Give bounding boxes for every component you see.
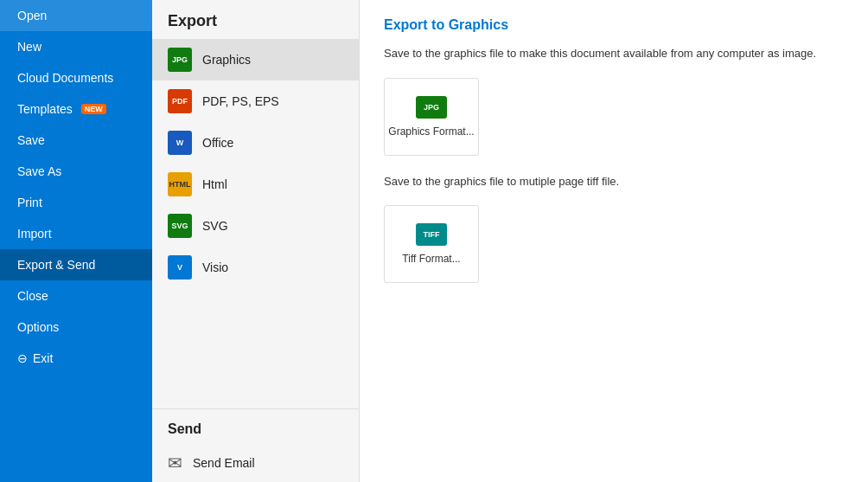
exit-icon: ⊖ <box>17 351 28 365</box>
sidebar-item-label: Exit <box>33 351 53 365</box>
export-item-label: Office <box>202 136 233 150</box>
export-item-office[interactable]: W Office <box>152 122 359 164</box>
sidebar-item-label: Options <box>17 320 59 334</box>
sidebar-item-label: Export & Send <box>17 258 95 272</box>
visio-icon: V <box>168 255 192 280</box>
sidebar-item-new[interactable]: New <box>0 31 152 62</box>
send-section-title: Send <box>152 408 359 444</box>
card-jpg-icon: JPG <box>416 96 447 119</box>
card-tiff-label: Tiff Format... <box>402 253 460 265</box>
sidebar-item-label: Cloud Documents <box>17 71 113 85</box>
export-section-title: Export <box>152 0 359 39</box>
sidebar-item-templates[interactable]: Templates NEW <box>0 93 152 125</box>
export-item-pdf[interactable]: PDF PDF, PS, EPS <box>152 80 359 122</box>
format-cards-row-2: TIFF Tiff Format... <box>384 205 844 283</box>
right-panel-title: Export to Graphics <box>384 17 844 33</box>
sidebar-item-export-send[interactable]: Export & Send <box>0 249 152 280</box>
sidebar-item-label: Import <box>17 227 52 241</box>
svg-icon: SVG <box>168 214 192 238</box>
export-item-label: Html <box>202 177 227 191</box>
sidebar-item-print[interactable]: Print <box>0 187 152 218</box>
sidebar-item-options[interactable]: Options <box>0 312 152 343</box>
export-item-label: Graphics <box>202 53 251 67</box>
sidebar-item-exit[interactable]: ⊖ Exit <box>0 343 152 374</box>
sidebar-item-label: Print <box>17 196 42 209</box>
sidebar-item-open[interactable]: Open <box>0 0 152 31</box>
sidebar-item-label: Open <box>17 9 47 22</box>
sidebar-item-label: New <box>17 40 41 54</box>
export-item-graphics[interactable]: JPG Graphics <box>152 39 359 80</box>
sidebar-item-import[interactable]: Import <box>0 218 152 249</box>
sidebar-item-label: Save <box>17 133 45 147</box>
format-card-tiff[interactable]: TIFF Tiff Format... <box>384 205 479 283</box>
email-icon: ✉ <box>168 453 182 473</box>
send-email-label: Send Email <box>193 456 255 470</box>
sidebar-item-close[interactable]: Close <box>0 280 152 312</box>
export-item-label: SVG <box>202 219 228 233</box>
word-icon: W <box>168 131 192 155</box>
export-item-visio[interactable]: V Visio <box>152 247 359 288</box>
sidebar-item-label: Templates <box>17 102 73 116</box>
pdf-icon: PDF <box>168 89 192 113</box>
sidebar-item-label: Save As <box>17 164 61 178</box>
export-items-list: JPG Graphics PDF PDF, PS, EPS W Office H… <box>152 39 359 408</box>
card-graphics-label: Graphics Format... <box>388 125 474 138</box>
sidebar-item-save[interactable]: Save <box>0 125 152 156</box>
card-tiff-icon: TIFF <box>416 223 447 246</box>
middle-panel: Export JPG Graphics PDF PDF, PS, EPS W O… <box>152 0 360 482</box>
right-description-1: Save to the graphics file to make this d… <box>384 45 844 62</box>
export-item-send-email[interactable]: ✉ Send Email <box>152 444 359 482</box>
html-icon: HTML <box>168 172 192 196</box>
sidebar-item-cloud-documents[interactable]: Cloud Documents <box>0 62 152 93</box>
format-cards-row: JPG Graphics Format... <box>384 78 844 156</box>
export-item-label: PDF, PS, EPS <box>202 94 279 108</box>
sidebar: Open New Cloud Documents Templates NEW S… <box>0 0 152 482</box>
export-item-svg[interactable]: SVG SVG <box>152 205 359 247</box>
right-panel: Export to Graphics Save to the graphics … <box>360 0 868 482</box>
graphics-icon: JPG <box>168 48 192 72</box>
new-badge: NEW <box>81 104 106 114</box>
format-card-graphics[interactable]: JPG Graphics Format... <box>384 78 479 156</box>
right-description-2: Save to the graphics file to mutiple pag… <box>384 173 844 190</box>
sidebar-item-label: Close <box>17 289 48 303</box>
export-item-label: Visio <box>202 260 228 274</box>
export-item-html[interactable]: HTML Html <box>152 164 359 205</box>
sidebar-item-save-as[interactable]: Save As <box>0 156 152 187</box>
